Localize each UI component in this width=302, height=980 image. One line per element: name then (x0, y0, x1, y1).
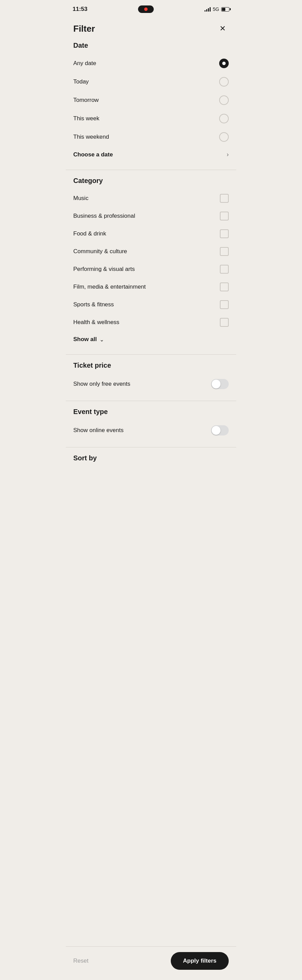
signal-bar-3 (208, 8, 209, 11)
battery-fill (222, 8, 225, 11)
category-music[interactable]: Music (73, 189, 229, 207)
online-events-label: Show online events (73, 427, 123, 434)
network-type: 5G (213, 6, 219, 12)
recording-pill (138, 5, 154, 13)
chevron-down-icon: ⌄ (100, 336, 104, 343)
free-events-label: Show only free events (73, 380, 130, 387)
filter-header: Filter ✕ (66, 17, 236, 41)
date-tomorrow-radio[interactable] (219, 95, 229, 105)
category-film-label: Film, media & entertainment (73, 283, 146, 290)
category-food-label: Food & drink (73, 230, 106, 237)
event-type-title: Event type (73, 408, 229, 416)
ticket-price-title: Ticket price (73, 361, 229, 369)
category-music-label: Music (73, 195, 88, 202)
category-section: Category Music Business & professional F… (66, 177, 236, 348)
show-all-button[interactable]: Show all ⌄ (73, 331, 229, 348)
category-film-checkbox[interactable] (220, 283, 229, 291)
status-right: 5G (205, 6, 229, 12)
page-title: Filter (73, 24, 95, 34)
status-time: 11:53 (73, 6, 87, 13)
category-performing-arts-checkbox[interactable] (220, 265, 229, 274)
category-music-checkbox[interactable] (220, 194, 229, 203)
status-bar: 11:53 5G (66, 0, 236, 17)
category-section-title: Category (73, 177, 229, 185)
category-community[interactable]: Community & culture (73, 243, 229, 260)
category-film[interactable]: Film, media & entertainment (73, 278, 229, 296)
date-this-week-radio[interactable] (219, 114, 229, 123)
date-today-radio[interactable] (219, 77, 229, 87)
date-option-today[interactable]: Today (73, 73, 229, 91)
battery-icon (221, 7, 229, 11)
category-health[interactable]: Health & wellness (73, 313, 229, 331)
divider-3 (66, 401, 236, 401)
show-all-label: Show all (73, 336, 97, 343)
date-today-label: Today (73, 78, 89, 85)
date-tomorrow-label: Tomorrow (73, 97, 99, 103)
sort-by-section: Sort by (66, 454, 236, 462)
category-business-label: Business & professional (73, 213, 135, 220)
event-type-section: Event type Show online events (66, 408, 236, 440)
date-section: Date Any date Today Tomorrow This week T… (66, 41, 236, 163)
ticket-price-section: Ticket price Show only free events (66, 361, 236, 394)
recording-dot (144, 8, 148, 11)
chevron-right-icon: › (227, 151, 229, 158)
date-any-radio[interactable] (219, 59, 229, 68)
date-section-title: Date (73, 41, 229, 49)
category-community-checkbox[interactable] (220, 247, 229, 256)
category-performing-arts-label: Performing & visual arts (73, 266, 135, 273)
date-this-weekend-label: This weekend (73, 134, 109, 140)
toggle-knob (212, 380, 221, 388)
date-any-label: Any date (73, 60, 96, 67)
free-events-toggle-row: Show only free events (73, 374, 229, 394)
category-sports-label: Sports & fitness (73, 301, 114, 308)
date-option-any[interactable]: Any date (73, 54, 229, 73)
category-food[interactable]: Food & drink (73, 225, 229, 243)
divider-1 (66, 170, 236, 170)
category-business-checkbox[interactable] (220, 212, 229, 221)
close-button[interactable]: ✕ (216, 22, 229, 35)
category-health-label: Health & wellness (73, 319, 119, 326)
free-events-toggle[interactable] (211, 379, 229, 389)
date-option-tomorrow[interactable]: Tomorrow (73, 91, 229, 110)
date-option-this-week[interactable]: This week (73, 110, 229, 128)
date-this-weekend-radio[interactable] (219, 132, 229, 142)
divider-4 (66, 447, 236, 447)
date-option-this-weekend[interactable]: This weekend (73, 128, 229, 146)
signal-bar-2 (206, 9, 207, 11)
online-events-toggle-row: Show online events (73, 420, 229, 440)
choose-date-row[interactable]: Choose a date › (73, 146, 229, 163)
signal-bar-1 (205, 10, 205, 11)
category-community-label: Community & culture (73, 248, 127, 255)
category-sports[interactable]: Sports & fitness (73, 296, 229, 313)
category-food-checkbox[interactable] (220, 229, 229, 238)
signal-bars-icon (205, 7, 211, 11)
choose-date-label: Choose a date (73, 151, 113, 158)
content-scroll: Date Any date Today Tomorrow This week T… (66, 41, 236, 508)
online-events-toggle[interactable] (211, 425, 229, 436)
category-business[interactable]: Business & professional (73, 207, 229, 225)
close-icon: ✕ (219, 25, 226, 32)
category-performing-arts[interactable]: Performing & visual arts (73, 260, 229, 278)
sort-by-title: Sort by (73, 454, 229, 462)
category-health-checkbox[interactable] (220, 318, 229, 327)
online-toggle-knob (212, 426, 221, 435)
date-this-week-label: This week (73, 115, 100, 122)
signal-bar-4 (210, 7, 211, 11)
category-sports-checkbox[interactable] (220, 300, 229, 309)
